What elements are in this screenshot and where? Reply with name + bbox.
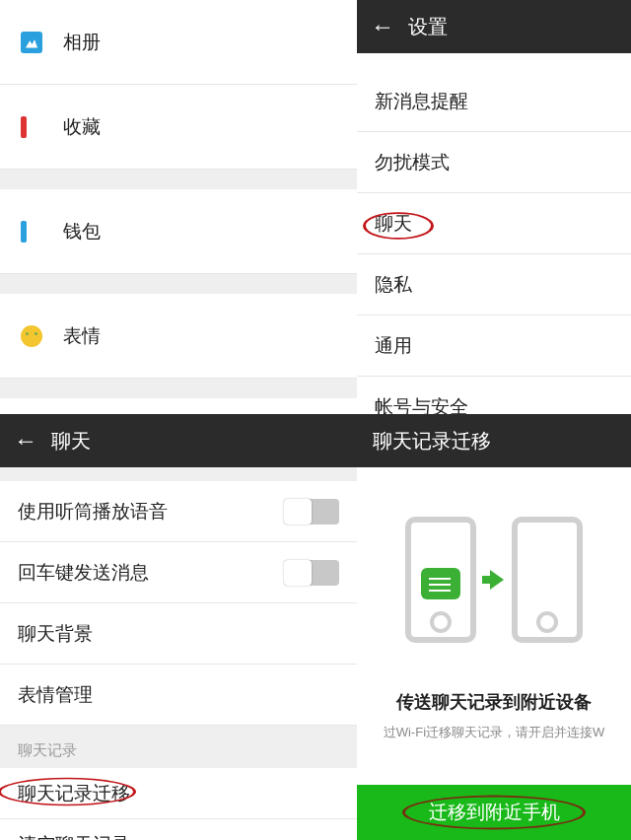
item-label: 清空聊天记录 xyxy=(18,832,130,841)
item-label: 聊天记录迁移 xyxy=(18,781,130,806)
settings-item-dnd[interactable]: 勿扰模式 xyxy=(357,132,631,193)
chat-item-clear[interactable]: 清空聊天记录 xyxy=(0,819,357,840)
item-label: 表情管理 xyxy=(18,682,93,708)
header-title: 聊天 xyxy=(51,428,91,455)
settings-item-chat[interactable]: 聊天 xyxy=(357,193,631,254)
menu-item-settings[interactable]: 设置 xyxy=(0,398,357,414)
menu-label: 表情 xyxy=(63,323,101,349)
chat-settings-panel: ← 聊天 使用听筒播放语音 回车键发送消息 聊天背景 表情管理 聊天记录 聊天记… xyxy=(0,414,357,840)
toggle-switch[interactable] xyxy=(284,499,339,525)
item-label: 隐私 xyxy=(375,272,412,298)
menu-item-favorites[interactable]: 收藏 xyxy=(0,85,357,170)
chat-header: ← 聊天 xyxy=(0,414,357,467)
arrow-right-icon xyxy=(490,570,504,590)
migration-header: 聊天记录迁移 xyxy=(357,414,631,467)
settings-panel: ← 设置 新消息提醒 勿扰模式 聊天 隐私 通用 帐号与安全 xyxy=(357,0,631,414)
phone-right-icon xyxy=(512,517,583,643)
back-icon[interactable]: ← xyxy=(12,427,39,455)
settings-item-general[interactable]: 通用 xyxy=(357,315,631,377)
migration-heading: 传送聊天记录到附近设备 xyxy=(396,690,592,714)
menu-item-wallet[interactable]: 钱包 xyxy=(0,189,357,274)
section-label: 聊天记录 xyxy=(0,726,357,768)
chat-item-earpiece[interactable]: 使用听筒播放语音 xyxy=(0,481,357,542)
item-label: 帐号与安全 xyxy=(375,394,468,415)
settings-item-notifications[interactable]: 新消息提醒 xyxy=(357,71,631,132)
chat-bubble-icon xyxy=(421,568,460,599)
settings-item-privacy[interactable]: 隐私 xyxy=(357,254,631,315)
toggle-switch[interactable] xyxy=(284,560,339,586)
header-title: 聊天记录迁移 xyxy=(373,428,491,455)
item-label: 新消息提醒 xyxy=(375,89,468,114)
menu-label: 收藏 xyxy=(63,114,101,140)
chat-item-sticker-manage[interactable]: 表情管理 xyxy=(0,665,357,726)
favorite-icon xyxy=(18,113,45,141)
back-icon[interactable]: ← xyxy=(369,13,396,40)
chat-item-enter-send[interactable]: 回车键发送消息 xyxy=(0,542,357,603)
item-label: 勿扰模式 xyxy=(375,150,450,175)
wallet-icon xyxy=(18,218,45,245)
sticker-icon xyxy=(18,322,45,350)
item-label: 通用 xyxy=(375,333,412,359)
migrate-button[interactable]: 迁移到附近手机 xyxy=(357,785,631,840)
menu-label: 相册 xyxy=(63,30,101,55)
item-label: 回车键发送消息 xyxy=(18,560,149,586)
chat-item-background[interactable]: 聊天背景 xyxy=(0,603,357,665)
item-label: 聊天 xyxy=(375,211,412,237)
item-label: 聊天背景 xyxy=(18,621,93,647)
chat-item-migrate[interactable]: 聊天记录迁移 xyxy=(0,768,357,819)
me-menu-panel: 相册 收藏 钱包 表情 设置 xyxy=(0,0,357,414)
menu-item-album[interactable]: 相册 xyxy=(0,0,357,85)
migration-panel: 聊天记录迁移 传送聊天记录到附近设备 过Wi-Fi迁移聊天记录，请开启并连接W … xyxy=(357,414,631,840)
phone-left-icon xyxy=(405,517,476,643)
album-icon xyxy=(18,29,45,56)
item-label: 使用听筒播放语音 xyxy=(18,499,168,525)
header-title: 设置 xyxy=(408,14,448,40)
menu-item-sticker[interactable]: 表情 xyxy=(0,294,357,379)
menu-label: 钱包 xyxy=(63,219,101,245)
migration-subtext: 过Wi-Fi迁移聊天记录，请开启并连接W xyxy=(380,724,609,741)
transfer-illustration xyxy=(405,507,583,655)
button-label: 迁移到附近手机 xyxy=(429,800,560,825)
settings-header: ← 设置 xyxy=(357,0,631,53)
settings-item-account[interactable]: 帐号与安全 xyxy=(357,377,631,414)
